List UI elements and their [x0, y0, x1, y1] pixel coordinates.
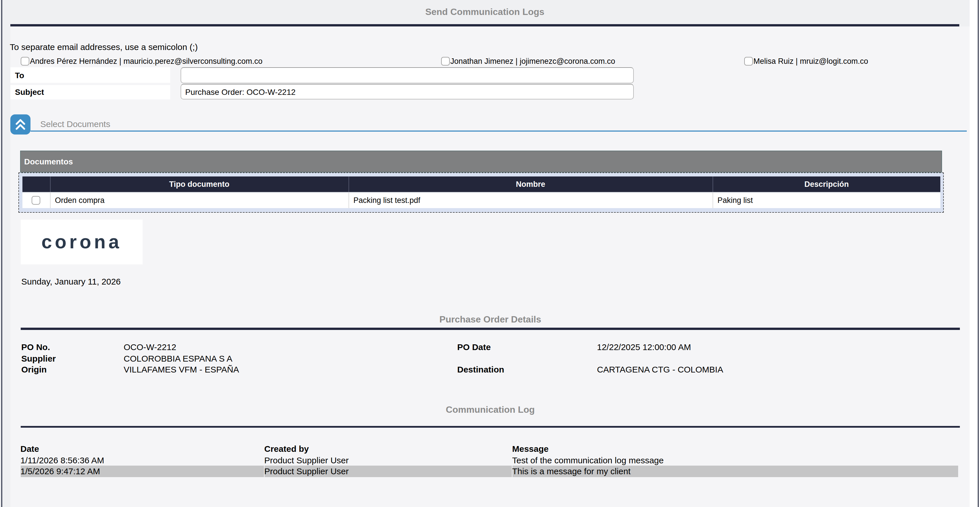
created-by-header: Created by [264, 443, 512, 455]
select-documents-title: Select Documents [40, 119, 110, 129]
message-header: Message [512, 443, 958, 455]
log-row: 1/11/2026 8:56:36 AM Product Supplier Us… [21, 455, 958, 466]
window-right-border [978, 0, 979, 507]
content-area: Send Communication Logs To separate emai… [0, 0, 970, 507]
email-separator-hint: To separate email addresses, use a semic… [10, 42, 198, 52]
to-label-cell: To [10, 67, 170, 83]
log-row: 1/5/2026 9:47:12 AM Product Supplier Use… [21, 466, 958, 477]
document-checkbox[interactable] [32, 196, 41, 205]
date-header: Date [21, 443, 264, 455]
documents-table-header-row: Tipo documento Nombre Descripción [22, 176, 940, 192]
po-details-divider [21, 327, 960, 330]
destination-label: Destination [457, 364, 504, 374]
checkbox-icon[interactable] [744, 57, 753, 65]
recipient-option-jonathan[interactable]: Jonathan Jimenez | jojimenezc@corona.com… [441, 57, 615, 65]
po-date-label: PO Date [457, 342, 491, 352]
collapse-documents-button[interactable] [10, 114, 30, 135]
select-documents-divider [30, 130, 967, 131]
chevrons-up-icon [14, 117, 27, 132]
documentos-panel: Tipo documento Nombre Descripción Orden … [18, 172, 944, 212]
origin-value: VILLAFAMES VFM - ESPAÑA [124, 364, 239, 374]
log-date: 1/11/2026 8:56:36 AM [21, 455, 264, 466]
checkbox-icon[interactable] [441, 57, 450, 65]
checkbox-column-header [22, 176, 50, 192]
recipient-option-melisa[interactable]: Melisa Ruiz | mruiz@logit.com.co [744, 57, 868, 65]
window-left-border [1, 0, 2, 507]
recipient-label: Andres Pérez Hernández | mauricio.perez@… [30, 57, 262, 65]
po-date-value: 12/22/2025 12:00:00 AM [597, 342, 691, 352]
log-created-by: Product Supplier User [264, 466, 512, 477]
nombre-header: Nombre [348, 176, 713, 192]
destination-value: CARTAGENA CTG - COLOMBIA [597, 364, 723, 374]
subject-input[interactable] [181, 84, 634, 99]
tipo-documento-header: Tipo documento [50, 176, 348, 192]
log-message: This is a message for my client [512, 466, 958, 477]
subject-label-cell: Subject [10, 85, 170, 99]
recipient-option-andres[interactable]: Andres Pérez Hernández | mauricio.perez@… [21, 57, 262, 65]
log-date: 1/5/2026 9:47:12 AM [21, 466, 264, 477]
descripcion-header: Descripción [713, 176, 940, 192]
origin-label: Origin [21, 364, 46, 374]
log-created-by: Product Supplier User [264, 455, 512, 466]
document-descripcion: Paking list [713, 192, 940, 208]
page-title: Send Communication Logs [10, 7, 959, 17]
communication-log-title: Communication Log [21, 405, 960, 415]
po-no-label: PO No. [21, 342, 50, 352]
title-divider [10, 24, 959, 27]
recipient-label: Jonathan Jimenez | jojimenezc@corona.com… [450, 57, 615, 65]
to-input[interactable] [181, 67, 634, 83]
supplier-label: Supplier [21, 353, 56, 363]
send-communication-logs-page: Send Communication Logs To separate emai… [0, 0, 980, 507]
checkbox-icon[interactable] [21, 57, 29, 65]
log-message: Test of the communication log message [512, 455, 958, 466]
po-details-title: Purchase Order Details [21, 315, 960, 325]
documentos-panel-header: Documentos [20, 151, 942, 172]
corona-logo-text: corona [41, 231, 122, 253]
supplier-value: COLOROBBIA ESPANA S A [124, 353, 232, 363]
subject-label: Subject [15, 87, 44, 97]
recipient-label: Melisa Ruiz | mruiz@logit.com.co [753, 57, 868, 65]
document-row[interactable]: Orden compra Packing list test.pdf Pakin… [22, 192, 940, 208]
preview-date: Sunday, January 11, 2026 [21, 277, 121, 286]
communication-log-table: Date Created by Message 1/11/2026 8:56:3… [20, 443, 958, 477]
document-tipo: Orden compra [50, 192, 348, 208]
document-nombre: Packing list test.pdf [348, 192, 713, 208]
documents-table: Tipo documento Nombre Descripción Orden … [22, 176, 940, 208]
to-label: To [15, 70, 24, 79]
corona-logo: corona [21, 219, 143, 264]
communication-log-header-row: Date Created by Message [21, 443, 958, 455]
communication-log-divider [21, 426, 960, 428]
po-no-value: OCO-W-2212 [124, 342, 176, 352]
